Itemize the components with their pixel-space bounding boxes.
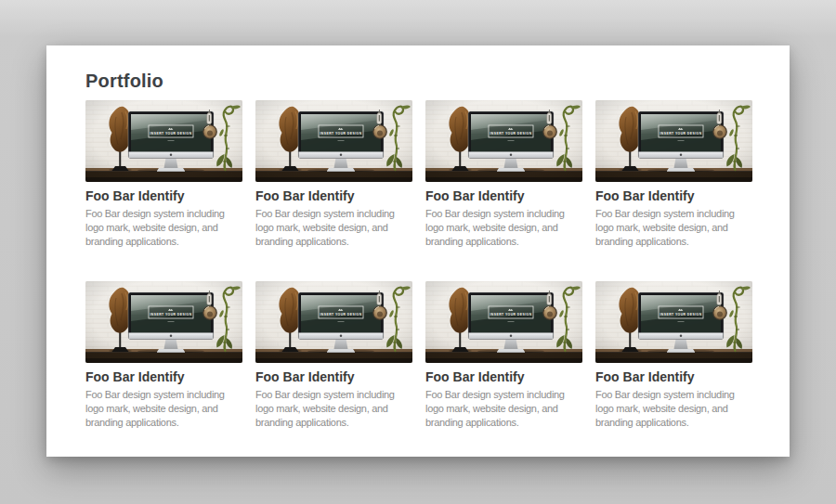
portfolio-item-title[interactable]: Foo Bar Identify [595, 369, 752, 385]
portfolio-thumbnail[interactable] [255, 100, 412, 182]
portfolio-card: Foo Bar Identify Foo Bar design system i… [425, 281, 582, 429]
portfolio-card: Foo Bar Identify Foo Bar design system i… [595, 281, 752, 429]
portfolio-card: Foo Bar Identify Foo Bar design system i… [425, 100, 582, 248]
portfolio-item-description: Foo Bar design system including logo mar… [85, 388, 242, 430]
portfolio-item-description: Foo Bar design system including logo mar… [255, 388, 412, 430]
portfolio-thumbnail[interactable] [425, 100, 582, 182]
portfolio-thumbnail[interactable] [595, 281, 752, 363]
portfolio-item-description: Foo Bar design system including logo mar… [425, 207, 582, 249]
imac-photo [425, 100, 582, 182]
portfolio-item-description: Foo Bar design system including logo mar… [85, 207, 242, 249]
imac-photo [595, 281, 752, 363]
portfolio-item-title[interactable]: Foo Bar Identify [85, 188, 242, 204]
portfolio-grid: Foo Bar Identify Foo Bar design system i… [85, 100, 752, 429]
page-background: Portfolio Foo Bar Identify Foo Bar desig… [0, 0, 836, 504]
portfolio-item-title[interactable]: Foo Bar Identify [425, 188, 582, 204]
portfolio-card: Foo Bar Identify Foo Bar design system i… [595, 100, 752, 248]
portfolio-item-title[interactable]: Foo Bar Identify [255, 188, 412, 204]
imac-photo [85, 100, 242, 182]
portfolio-panel: Portfolio Foo Bar Identify Foo Bar desig… [46, 45, 790, 457]
portfolio-thumbnail[interactable] [595, 100, 752, 182]
portfolio-item-description: Foo Bar design system including logo mar… [425, 388, 582, 430]
imac-photo [85, 281, 242, 363]
imac-photo [255, 100, 412, 182]
portfolio-item-title[interactable]: Foo Bar Identify [255, 369, 412, 385]
portfolio-item-description: Foo Bar design system including logo mar… [595, 207, 752, 249]
portfolio-item-title[interactable]: Foo Bar Identify [425, 369, 582, 385]
portfolio-card: Foo Bar Identify Foo Bar design system i… [85, 100, 242, 248]
portfolio-item-title[interactable]: Foo Bar Identify [595, 188, 752, 204]
portfolio-item-description: Foo Bar design system including logo mar… [595, 388, 752, 430]
portfolio-thumbnail[interactable] [85, 100, 242, 182]
portfolio-thumbnail[interactable] [85, 281, 242, 363]
imac-photo [425, 281, 582, 363]
portfolio-thumbnail[interactable] [425, 281, 582, 363]
portfolio-card: Foo Bar Identify Foo Bar design system i… [255, 100, 412, 248]
imac-photo [595, 100, 752, 182]
portfolio-item-description: Foo Bar design system including logo mar… [255, 207, 412, 249]
page-title: Portfolio [85, 71, 752, 92]
portfolio-card: Foo Bar Identify Foo Bar design system i… [255, 281, 412, 429]
imac-photo [255, 281, 412, 363]
portfolio-thumbnail[interactable] [255, 281, 412, 363]
portfolio-card: Foo Bar Identify Foo Bar design system i… [85, 281, 242, 429]
portfolio-item-title[interactable]: Foo Bar Identify [85, 369, 242, 385]
